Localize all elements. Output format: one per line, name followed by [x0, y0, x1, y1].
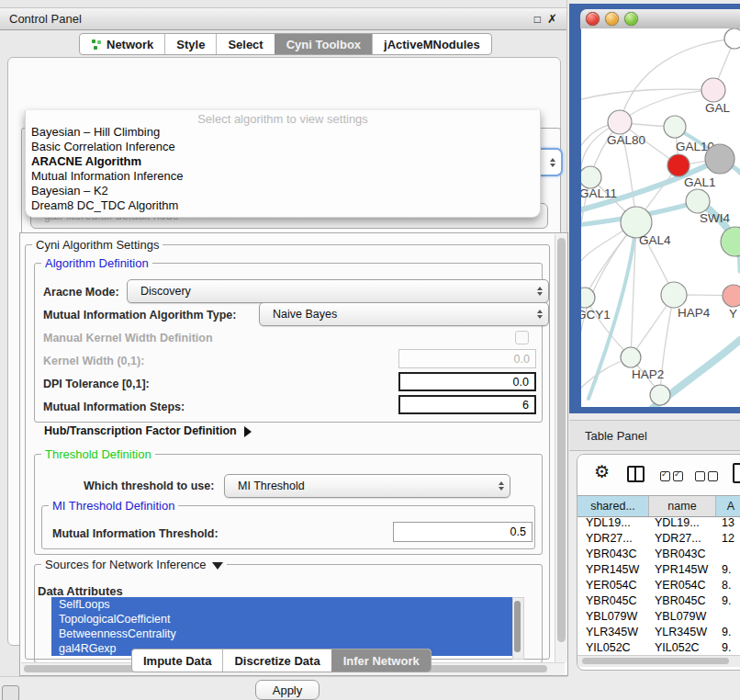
network-node[interactable] — [650, 385, 670, 405]
screen: Control Panel □ ✗ NetworkStyleSelectCyni… — [0, 0, 740, 700]
hub-definition-expander[interactable]: Hub/Transcription Factor Definition — [44, 424, 252, 437]
bottom-tab-impute-data[interactable]: Impute Data — [132, 649, 222, 672]
table-row[interactable]: YLR345WYLR345W9. — [577, 625, 740, 640]
attribute-list-scrollbar[interactable] — [512, 597, 524, 660]
network-node[interactable] — [705, 144, 734, 174]
dropdown-item-list: Bayesian – Hill ClimbingBasic Correlatio… — [29, 125, 536, 213]
table-horizontal-scrollbar[interactable] — [577, 655, 740, 667]
node-label: Y — [729, 307, 737, 321]
table-row[interactable]: YIL052CYIL052C9. — [577, 640, 740, 656]
table-cell: 9. — [716, 625, 740, 640]
which-threshold-combo[interactable]: MI Threshold — [224, 474, 510, 498]
page-icon[interactable] — [733, 463, 740, 483]
table-body: YDL19...YDL19...13YDR27...YDR27...12YBR0… — [577, 515, 740, 656]
attribute-item[interactable]: BetweennessCentrality — [51, 627, 512, 641]
network-node[interactable] — [661, 282, 687, 308]
column-header-shared-[interactable]: shared... — [577, 496, 649, 516]
deselect-all-icon[interactable] — [695, 469, 721, 485]
tab-jactivemnodules[interactable]: jActiveMNodules — [372, 34, 491, 54]
mi-steps-field[interactable]: 6 — [398, 395, 536, 414]
spinner-icon — [537, 310, 543, 319]
network-node[interactable] — [664, 116, 686, 138]
select-all-icon[interactable] — [660, 469, 686, 485]
kernel-width-field: 0.0 — [398, 349, 536, 368]
network-node[interactable] — [721, 227, 740, 256]
table-row[interactable]: YBL079WYBL079W — [577, 609, 740, 625]
bottom-tab-discretize-data[interactable]: Discretize Data — [222, 649, 331, 672]
network-node[interactable] — [723, 285, 740, 307]
network-node[interactable] — [724, 28, 740, 49]
table-cell: YLR345W — [577, 625, 649, 640]
algorithm-option[interactable]: Mutual Information Inference — [29, 169, 536, 184]
network-window-titlebar — [580, 9, 740, 29]
network-canvas[interactable]: GALGAL80GAL10GAL1GAL11SWI4GAL4GCY1HAP4YH… — [581, 28, 740, 407]
table-row[interactable]: YBR043CYBR043C — [577, 547, 740, 562]
network-node[interactable] — [581, 166, 601, 188]
which-threshold-value: MI Threshold — [238, 480, 305, 492]
network-node[interactable] — [621, 347, 641, 367]
network-node[interactable] — [701, 78, 725, 102]
table-cell: YER054C — [577, 578, 649, 593]
spinner-icon — [550, 158, 555, 167]
dpi-tolerance-field[interactable]: 0.0 — [398, 372, 536, 391]
table-row[interactable]: YDR27...YDR27...12 — [577, 531, 740, 547]
table-cell: YBR045C — [649, 593, 716, 609]
tab-label: Network — [107, 38, 153, 51]
table-cell: 9. — [716, 562, 740, 578]
table-cell: YBR043C — [649, 547, 716, 562]
table-cell: YIL052C — [649, 640, 716, 656]
dropdown-placeholder: Select algorithm to view settings — [26, 112, 540, 126]
scrollbar-thumb[interactable] — [557, 238, 566, 642]
algorithm-option[interactable]: Basic Correlation Inference — [29, 140, 536, 154]
hub-definition-label: Hub/Transcription Factor Definition — [44, 424, 237, 437]
table-panel-bar: Table Panel — [569, 420, 740, 451]
column-header-name[interactable]: name — [649, 496, 716, 516]
algorithm-option[interactable]: ARACNE Algorithm — [29, 154, 536, 169]
manual-kernel-checkbox — [515, 331, 529, 344]
zoom-traffic-light[interactable] — [624, 12, 638, 26]
algorithm-option[interactable]: Bayesian – K2 — [29, 184, 536, 198]
tab-style[interactable]: Style — [164, 34, 216, 54]
attribute-item[interactable]: SelfLoops — [51, 597, 512, 612]
gear-icon[interactable]: ⚙ — [594, 463, 610, 480]
vertical-scrollbar[interactable] — [555, 234, 567, 662]
aracne-mode-combo[interactable]: Discovery — [127, 279, 549, 303]
attribute-item[interactable]: TopologicalCoefficient — [51, 612, 512, 627]
table-row[interactable]: YDL19...YDL19...13 — [577, 515, 740, 531]
network-node[interactable] — [686, 189, 710, 213]
scrollbar-thumb[interactable] — [514, 601, 521, 652]
cyni-settings-title: Cyni Algorithm Settings — [32, 238, 163, 252]
scrollbar-thumb[interactable] — [582, 658, 729, 664]
close-window-icon[interactable]: ✗ — [547, 13, 557, 25]
table-cell: 13 — [716, 515, 740, 531]
network-node[interactable] — [667, 154, 690, 176]
bottom-tab-infer-network[interactable]: Infer Network — [331, 649, 431, 672]
cyni-toolbox-panel: galFiltered.sif default node Select algo… — [7, 57, 561, 646]
network-node[interactable] — [581, 288, 595, 308]
float-window-icon[interactable]: □ — [534, 14, 541, 25]
network-node[interactable] — [608, 110, 632, 134]
close-traffic-light[interactable] — [586, 12, 600, 26]
table-row[interactable]: YBR045CYBR045C9. — [577, 593, 740, 609]
tab-cyni-toolbox[interactable]: Cyni Toolbox — [275, 34, 372, 54]
bottom-tab-bar: Impute DataDiscretize DataInfer Network — [131, 649, 432, 672]
control-panel-titlebar: Control Panel □ ✗ — [0, 7, 566, 30]
minimize-traffic-light[interactable] — [605, 12, 619, 26]
algorithm-option[interactable]: Bayesian – Hill Climbing — [29, 125, 536, 140]
mi-threshold-field[interactable]: 0.5 — [393, 522, 533, 542]
collapsed-panel-icon[interactable] — [2, 685, 19, 700]
tab-select[interactable]: Select — [216, 34, 274, 54]
algorithm-option[interactable]: Dream8 DC_TDC Algorithm — [29, 198, 536, 213]
table-cell: 9. — [716, 640, 740, 656]
sources-title[interactable]: Sources for Network Inference — [41, 558, 227, 571]
table-panel-title: Table Panel — [585, 429, 647, 443]
table-row[interactable]: YPR145WYPR145W9. — [577, 562, 740, 578]
mi-type-combo[interactable]: Naive Bayes — [259, 302, 549, 326]
apply-button[interactable]: Apply — [255, 680, 320, 700]
columns-icon[interactable] — [627, 466, 645, 482]
table-row[interactable]: YER054CYER054C8. — [577, 578, 740, 593]
node-label: GAL1 — [684, 175, 716, 189]
node-label: GAL80 — [607, 133, 645, 147]
tab-network[interactable]: Network — [80, 34, 164, 54]
column-header-a[interactable]: A — [716, 496, 740, 516]
